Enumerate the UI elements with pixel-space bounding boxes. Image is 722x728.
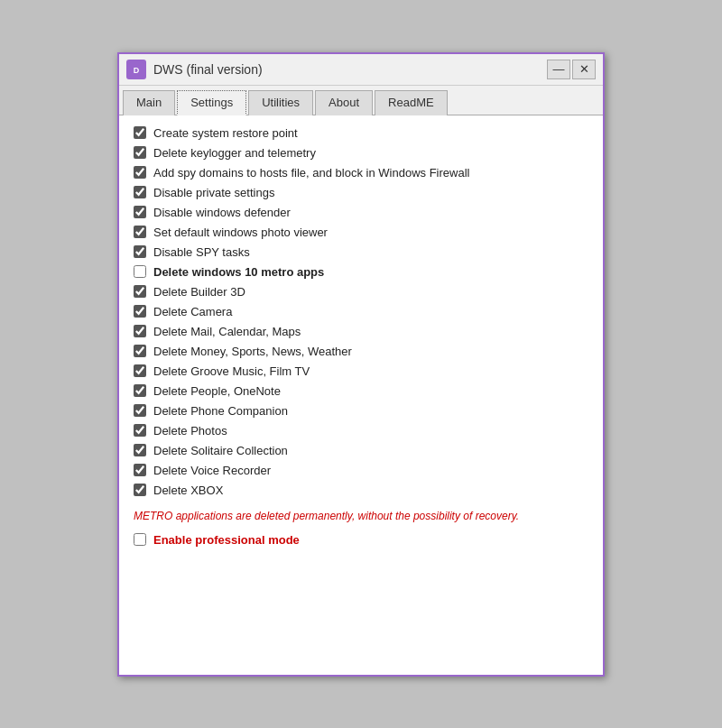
checkbox-cb16[interactable]: [134, 424, 146, 437]
tab-bar: Main Settings Utilities About ReadME: [119, 86, 603, 115]
checkbox-item-cb1: Create system restore point: [134, 126, 588, 140]
checkbox-item-cb2: Delete keylogger and telemetry: [134, 146, 588, 160]
checkbox-item-cb14: Delete People, OneNote: [134, 384, 588, 398]
checkbox-cb4[interactable]: [134, 186, 146, 198]
tab-readme[interactable]: ReadME: [375, 90, 448, 115]
checkbox-item-cb10: Delete Camera: [134, 305, 588, 318]
close-button[interactable]: ✕: [572, 60, 596, 79]
checkbox-cb12[interactable]: [134, 345, 146, 357]
checkbox-item-cb13: Delete Groove Music, Film TV: [134, 364, 588, 378]
checkbox-cb17[interactable]: [134, 444, 146, 456]
window-controls: — ✕: [547, 60, 596, 79]
checkbox-item-cb8: Delete windows 10 metro apps: [134, 265, 588, 279]
checkbox-cb3[interactable]: [134, 166, 146, 179]
tab-settings[interactable]: Settings: [177, 90, 246, 115]
checkbox-cb5[interactable]: [134, 206, 146, 218]
label-cb7[interactable]: Disable SPY tasks: [153, 245, 250, 259]
main-window: D DWS (final version) — ✕ Main Settings …: [117, 52, 605, 677]
checkbox-item-cb5: Disable windows defender: [134, 206, 588, 219]
checkbox-item-cb7: Disable SPY tasks: [134, 245, 588, 259]
warning-text: METRO applications are deleted permanent…: [134, 510, 588, 522]
label-cb2[interactable]: Delete keylogger and telemetry: [153, 146, 316, 160]
label-cb16[interactable]: Delete Photos: [153, 424, 227, 438]
checkbox-item-cb4: Disable private settings: [134, 186, 588, 199]
label-cb11[interactable]: Delete Mail, Calendar, Maps: [153, 325, 301, 338]
checkbox-item-cb17: Delete Solitaire Collection: [134, 444, 588, 457]
label-cb4[interactable]: Disable private settings: [153, 186, 274, 199]
title-bar: D DWS (final version) — ✕: [119, 54, 603, 86]
checkbox-item-cb9: Delete Builder 3D: [134, 285, 588, 299]
checkbox-item-cb6: Set default windows photo viewer: [134, 226, 588, 239]
checkbox-cb11[interactable]: [134, 325, 146, 337]
checkbox-item-cb19: Delete XBOX: [134, 484, 588, 497]
tab-about[interactable]: About: [315, 90, 373, 115]
checkbox-cb13[interactable]: [134, 364, 146, 377]
label-cb15[interactable]: Delete Phone Companion: [153, 404, 288, 418]
checkbox-cb18[interactable]: [134, 464, 146, 476]
label-cb17[interactable]: Delete Solitaire Collection: [153, 444, 288, 457]
label-cb19[interactable]: Delete XBOX: [153, 484, 223, 497]
checkbox-cb19[interactable]: [134, 484, 146, 496]
svg-text:D: D: [134, 66, 140, 75]
label-cb18[interactable]: Delete Voice Recorder: [153, 464, 271, 477]
checkbox-item-cb11: Delete Mail, Calendar, Maps: [134, 325, 588, 338]
label-cb14[interactable]: Delete People, OneNote: [153, 384, 281, 398]
label-cb8[interactable]: Delete windows 10 metro apps: [153, 265, 324, 279]
settings-panel: Create system restore pointDelete keylog…: [119, 115, 603, 675]
checkbox-cb14[interactable]: [134, 384, 146, 397]
checkbox-cb2[interactable]: [134, 146, 146, 159]
label-cb13[interactable]: Delete Groove Music, Film TV: [153, 364, 310, 378]
checkbox-cb8[interactable]: [134, 265, 146, 278]
label-cb3[interactable]: Add spy domains to hosts file, and block…: [153, 166, 469, 180]
checkbox-item-cb12: Delete Money, Sports, News, Weather: [134, 345, 588, 358]
pro-mode-checkbox[interactable]: [134, 533, 146, 546]
checkbox-item-cb15: Delete Phone Companion: [134, 404, 588, 418]
app-icon: D: [126, 60, 146, 79]
label-cb5[interactable]: Disable windows defender: [153, 206, 291, 219]
label-cb12[interactable]: Delete Money, Sports, News, Weather: [153, 345, 352, 358]
checkbox-cb7[interactable]: [134, 245, 146, 258]
tab-main[interactable]: Main: [123, 90, 175, 115]
window-title: DWS (final version): [153, 62, 547, 77]
label-cb6[interactable]: Set default windows photo viewer: [153, 226, 328, 239]
checkbox-item-cb3: Add spy domains to hosts file, and block…: [134, 166, 588, 180]
checkbox-cb9[interactable]: [134, 285, 146, 298]
checkbox-cb10[interactable]: [134, 305, 146, 318]
label-cb1[interactable]: Create system restore point: [153, 126, 298, 140]
checkbox-cb6[interactable]: [134, 226, 146, 238]
checkbox-item-cb18: Delete Voice Recorder: [134, 464, 588, 477]
label-cb9[interactable]: Delete Builder 3D: [153, 285, 245, 299]
pro-mode-item: Enable professional mode: [134, 533, 588, 547]
pro-mode-label[interactable]: Enable professional mode: [153, 533, 300, 547]
minimize-button[interactable]: —: [547, 60, 570, 79]
label-cb10[interactable]: Delete Camera: [153, 305, 232, 318]
checkbox-item-cb16: Delete Photos: [134, 424, 588, 438]
checkbox-cb1[interactable]: [134, 126, 146, 139]
checkbox-cb15[interactable]: [134, 404, 146, 417]
tab-utilities[interactable]: Utilities: [248, 90, 313, 115]
